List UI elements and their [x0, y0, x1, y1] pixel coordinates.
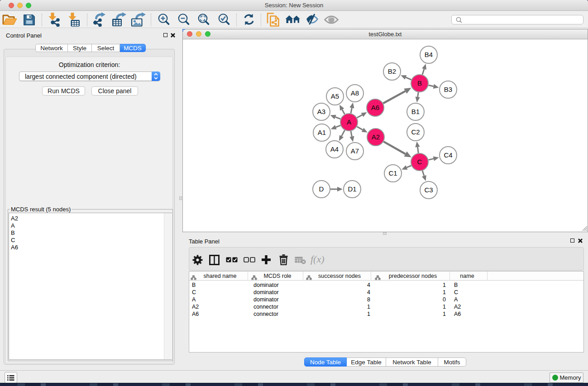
svg-text:C2: C2	[411, 128, 420, 136]
svg-text:B: B	[417, 79, 422, 87]
svg-text:A8: A8	[351, 89, 359, 97]
svg-text:A4: A4	[330, 145, 339, 153]
svg-text:A3: A3	[317, 108, 325, 115]
svg-text:A: A	[347, 118, 351, 126]
svg-text:D: D	[319, 185, 324, 193]
svg-text:C1: C1	[388, 169, 397, 177]
svg-text:A6: A6	[371, 104, 379, 111]
svg-text:A7: A7	[351, 147, 359, 155]
svg-text:C3: C3	[424, 186, 433, 194]
svg-text:C4: C4	[444, 151, 452, 159]
svg-text:A2: A2	[372, 133, 380, 141]
svg-text:B3: B3	[444, 86, 452, 93]
svg-text:A1: A1	[318, 129, 326, 136]
svg-text:B1: B1	[411, 108, 420, 115]
svg-text:B4: B4	[425, 51, 433, 58]
svg-text:A5: A5	[331, 92, 339, 100]
svg-text:D1: D1	[348, 185, 356, 193]
svg-text:B2: B2	[388, 67, 396, 75]
svg-text:C: C	[417, 158, 422, 166]
